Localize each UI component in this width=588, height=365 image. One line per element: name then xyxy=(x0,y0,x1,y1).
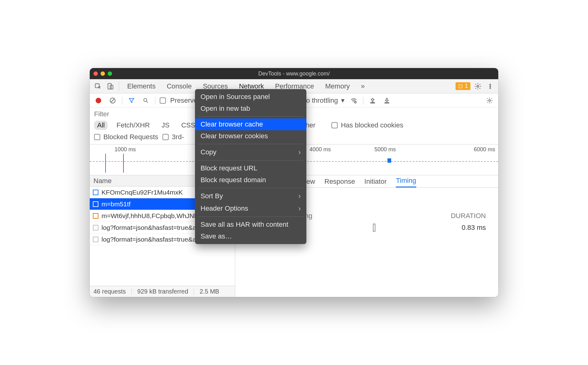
status-requests: 46 requests xyxy=(93,288,126,295)
tab-elements[interactable]: Elements xyxy=(123,82,160,90)
search-icon[interactable] xyxy=(141,96,151,105)
blocked-requests-label: Blocked Requests xyxy=(103,133,158,141)
ctx-save-as[interactable]: Save as… xyxy=(195,230,306,242)
tab-console[interactable]: Console xyxy=(162,82,196,90)
ctx-sort-by[interactable]: Sort By xyxy=(195,190,306,202)
svg-rect-3 xyxy=(459,84,462,88)
warning-count: 1 xyxy=(465,83,468,89)
status-resources: 2.5 MB xyxy=(200,288,219,295)
file-icon xyxy=(93,190,98,195)
timeline-tick: 4000 ms xyxy=(309,146,331,153)
svg-point-11 xyxy=(489,100,491,101)
timeline-tick: 1000 ms xyxy=(115,146,136,153)
type-fetch-xhr[interactable]: Fetch/XHR xyxy=(113,121,153,130)
svg-point-5 xyxy=(490,84,491,85)
type-all[interactable]: All xyxy=(94,121,108,130)
inspect-element-icon[interactable] xyxy=(93,81,103,91)
ctx-copy[interactable]: Copy xyxy=(195,146,306,158)
tab-memory[interactable]: Memory xyxy=(321,82,354,90)
file-icon xyxy=(93,225,98,230)
ctx-clear-cookies[interactable]: Clear browser cookies xyxy=(195,130,306,142)
chevron-right-icon xyxy=(298,204,301,213)
request-name: m=bm51tf xyxy=(102,200,131,208)
svg-point-7 xyxy=(490,88,491,88)
ctx-open-new-tab[interactable]: Open in new tab xyxy=(195,103,306,114)
detail-tab-initiator[interactable]: Initiator xyxy=(364,178,387,187)
queueing-bar-icon xyxy=(373,224,375,232)
titlebar: DevTools - www.google.com/ xyxy=(90,68,498,79)
chevron-down-icon: ▾ xyxy=(341,97,344,105)
blocked-requests-checkbox[interactable] xyxy=(94,134,100,140)
warning-badge[interactable]: 1 xyxy=(456,82,470,90)
window-title: DevTools - www.google.com/ xyxy=(90,71,498,77)
third-party-checkbox[interactable] xyxy=(162,134,169,140)
duration-label: DURATION xyxy=(451,212,486,220)
detail-tab-timing[interactable]: Timing xyxy=(396,177,416,187)
ctx-block-url[interactable]: Block request URL xyxy=(195,162,306,174)
ctx-clear-cache[interactable]: Clear browser cache xyxy=(195,118,306,130)
file-icon xyxy=(93,237,98,242)
ctx-open-sources[interactable]: Open in Sources panel xyxy=(195,91,306,103)
tabs-overflow[interactable]: » xyxy=(357,82,369,90)
third-party-label: 3rd- xyxy=(172,133,184,141)
throttling-label: No throttling xyxy=(301,97,338,105)
filter-input[interactable]: Filter xyxy=(94,110,109,118)
ctx-save-har[interactable]: Save all as HAR with content xyxy=(195,219,306,230)
panel-settings-gear-icon[interactable] xyxy=(485,96,495,105)
status-transferred: 929 kB transferred xyxy=(137,288,188,295)
timeline-tick: 5000 ms xyxy=(374,146,396,153)
clear-icon[interactable] xyxy=(108,96,118,105)
ctx-block-domain[interactable]: Block request domain xyxy=(195,174,306,186)
record-button[interactable] xyxy=(93,96,103,105)
svg-point-4 xyxy=(477,85,479,87)
svg-point-10 xyxy=(355,101,357,103)
upload-har-icon[interactable] xyxy=(368,96,378,105)
svg-point-9 xyxy=(144,98,147,101)
settings-gear-icon[interactable] xyxy=(473,81,483,91)
device-toolbar-icon[interactable] xyxy=(105,81,115,91)
has-blocked-cookies-label: Has blocked cookies xyxy=(341,121,403,129)
chevron-right-icon xyxy=(298,148,301,157)
has-blocked-cookies-checkbox[interactable] xyxy=(331,122,338,128)
preserve-log-checkbox[interactable] xyxy=(160,97,166,104)
more-menu-icon[interactable] xyxy=(485,81,495,91)
chevron-right-icon xyxy=(298,192,301,200)
ctx-header-options[interactable]: Header Options xyxy=(195,202,306,215)
request-name: m=Wt6vjf,hhhU8,FCpbqb,WhJNk xyxy=(102,212,197,220)
download-har-icon[interactable] xyxy=(382,96,392,105)
type-js[interactable]: JS xyxy=(158,121,173,130)
file-icon xyxy=(93,201,98,207)
request-name: KFOmCnqEu92Fr1Mu4mxK xyxy=(102,189,183,196)
svg-rect-1 xyxy=(108,83,111,89)
filter-funnel-icon[interactable] xyxy=(127,96,136,105)
status-bar: 46 requests 929 kB transferred 2.5 MB xyxy=(90,286,235,297)
svg-point-6 xyxy=(490,86,491,87)
context-menu: Open in Sources panel Open in new tab Cl… xyxy=(195,89,306,244)
timeline-tick: 6000 ms xyxy=(474,146,495,153)
file-icon xyxy=(93,213,98,219)
network-conditions-icon[interactable] xyxy=(349,96,359,105)
throttling-dropdown[interactable]: No throttling ▾ xyxy=(301,97,344,105)
queueing-value: 0.83 ms xyxy=(462,224,486,232)
detail-tab-response[interactable]: Response xyxy=(324,178,355,187)
